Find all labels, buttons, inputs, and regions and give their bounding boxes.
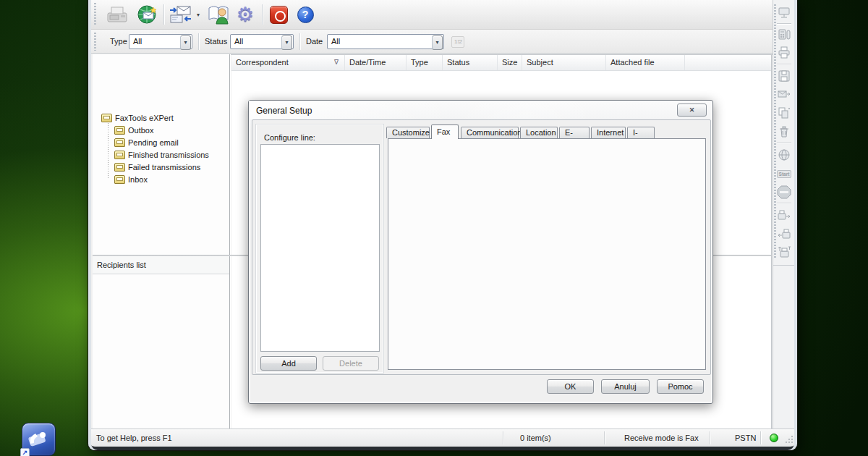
recipients-list-body[interactable] [93,274,229,428]
delete-line-button[interactable]: Delete [323,356,379,371]
tree-root-faxtools[interactable]: FaxTools eXPert [101,111,174,124]
column-label: Attached file [610,58,655,67]
gear-icon: ⚙ [237,5,254,25]
toolbar-grip[interactable] [94,3,96,26]
column-size[interactable]: Size [498,55,522,70]
main-toolbar: ▾ ⚙ ? [91,0,794,30]
poll-fax-icon [777,245,791,258]
tree-item-failed-transmissions[interactable]: Failed transmissions [114,161,200,173]
status-help-text: To get Help, press F1 [96,434,172,442]
column-label: Type [411,58,428,67]
chevron-down-icon[interactable] [180,35,191,50]
vertical-splitter[interactable] [229,54,230,428]
fax-folder-icon [114,126,125,135]
start-button[interactable]: Start [776,166,792,181]
tree-item-inbox[interactable]: Inbox [114,173,148,185]
fax-preview-button[interactable] [103,2,132,27]
ok-button[interactable]: OK [547,379,594,394]
column-correspondent[interactable]: Correspondent ∇ [231,55,345,70]
tree-root-label: FaxTools eXPert [115,114,174,122]
poll-fax-button[interactable] [776,245,792,259]
print-button[interactable] [776,46,792,60]
status-filter-dropdown[interactable]: All [230,34,294,49]
tree-item-outbox[interactable]: Outbox [114,124,153,136]
forward-to-email-button[interactable] [776,87,792,101]
column-label: Size [502,58,517,67]
sort-order-icon[interactable]: 1↕2 [451,36,464,48]
help-button[interactable]: ? [294,2,317,27]
tab-label: Communication [467,128,522,137]
tree-item-label: Finished transmissions [128,151,209,159]
receive-fax-button[interactable] [776,227,792,241]
tab-communication[interactable]: Communication [461,127,519,138]
delete-button-label: Delete [323,357,378,370]
side-toolbar-end [773,265,794,266]
status-line-type: PSTN [735,434,756,442]
status-separator [710,431,710,444]
tab-internet[interactable]: Internet [591,127,626,138]
column-status[interactable]: Status [443,55,498,70]
tab-label: Fax [437,127,450,136]
chevron-down-icon[interactable] [281,35,292,50]
column-type[interactable]: Type [407,55,443,70]
send-receive-icon [169,4,193,25]
line-setup-button[interactable] [776,28,792,42]
column-attached-file[interactable]: Attached file [606,55,685,70]
filter-toolbar: Type All Status All Date All 1↕2 [91,30,794,54]
tree-item-label: Inbox [128,175,148,184]
side-separator [777,143,791,143]
tab-label: Internet [597,128,624,137]
column-label: Subject [527,58,553,67]
side-separator [777,64,791,64]
status-bar: To get Help, press F1 0 item(s) Receive … [89,428,796,447]
tab-ifax[interactable]: I-Fax [627,127,655,138]
send-receive-dropdown[interactable]: ▾ [194,2,203,27]
faxtools-desktop-shortcut[interactable]: ↗ [22,423,56,456]
view-button[interactable] [776,6,792,20]
tab-fax[interactable]: Fax [431,124,459,139]
tab-label: Location [526,128,556,137]
stop-button[interactable] [776,185,792,199]
chevron-down-icon[interactable] [432,35,443,50]
send-receive-button[interactable] [166,2,195,27]
receive-mail-button[interactable] [133,2,161,27]
configure-line-listbox[interactable] [260,144,380,352]
tree-item-finished-transmissions[interactable]: Finished transmissions [114,148,209,161]
web-button[interactable] [776,148,792,162]
receive-fax-icon [777,227,791,240]
phone-puzzle-icon [26,428,51,451]
filterbar-grip[interactable] [94,33,96,51]
mail-globe-icon [136,4,158,25]
resize-grip[interactable] [785,435,793,444]
fax-folder-icon [114,163,125,172]
fax-tab-panel [388,138,706,370]
settings-button[interactable]: ⚙ [231,2,259,27]
fax-folder-icon [114,175,125,184]
fax-preview-icon [106,4,129,25]
column-subject[interactable]: Subject [522,55,606,70]
exit-button[interactable] [266,2,291,27]
phonebook-icon [206,4,231,25]
tab-customize[interactable]: Customize [386,127,430,138]
save-icon [777,69,791,83]
type-filter-label: Type [110,37,127,46]
phonebook-button[interactable] [204,2,233,27]
save-button[interactable] [776,69,792,83]
ok-button-label: OK [548,380,593,393]
cancel-button[interactable]: Anuluj [601,379,650,394]
delete-button[interactable] [776,124,792,139]
send-fax-button[interactable] [776,208,792,222]
tree-item-pending-email[interactable]: Pending email [114,136,179,148]
tab-location[interactable]: Location [520,127,558,138]
move-to-folder-button[interactable] [776,106,792,120]
folder-tree-panel: FaxTools eXPert Outbox Pending email Fin… [93,54,229,255]
tab-email[interactable]: E-Mail [559,127,590,138]
power-icon [270,6,288,24]
column-datetime[interactable]: Date/Time [345,55,407,70]
date-filter-dropdown[interactable]: All [327,34,444,49]
add-line-button[interactable]: Add [260,356,317,371]
dialog-close-button[interactable] [677,104,707,117]
help-dialog-button[interactable]: Pomoc [657,379,704,394]
type-filter-dropdown[interactable]: All [129,34,192,49]
side-toolbar: Start [773,0,794,428]
